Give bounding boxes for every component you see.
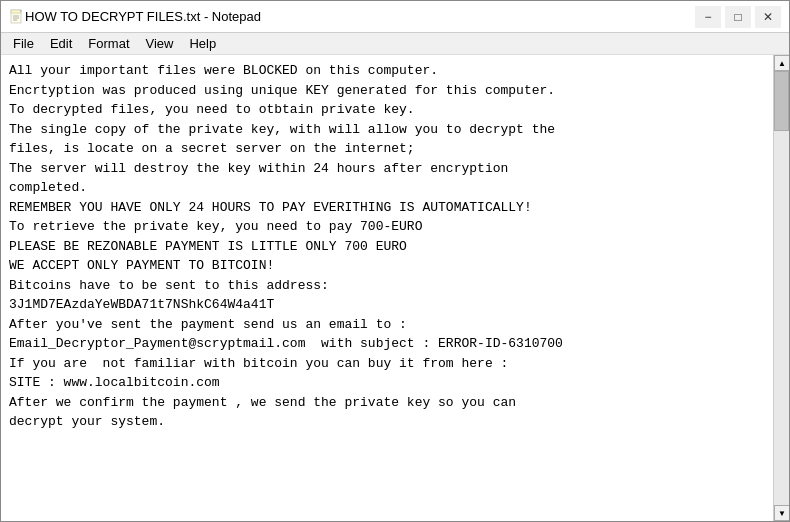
vertical-scrollbar[interactable]: ▲ ▼ bbox=[773, 55, 789, 521]
window-controls: − □ ✕ bbox=[695, 6, 781, 28]
app-icon bbox=[9, 9, 25, 25]
svg-rect-1 bbox=[11, 10, 21, 13]
close-button[interactable]: ✕ bbox=[755, 6, 781, 28]
menu-edit[interactable]: Edit bbox=[42, 34, 80, 53]
maximize-button[interactable]: □ bbox=[725, 6, 751, 28]
menu-bar: File Edit Format View Help bbox=[1, 33, 789, 55]
scroll-up-button[interactable]: ▲ bbox=[774, 55, 789, 71]
scroll-track[interactable] bbox=[774, 71, 789, 505]
scroll-thumb[interactable] bbox=[774, 71, 789, 131]
text-editor[interactable]: All your important files were BLOCKED on… bbox=[1, 55, 773, 521]
title-bar: HOW TO DECRYPT FILES.txt - Notepad − □ ✕ bbox=[1, 1, 789, 33]
menu-view[interactable]: View bbox=[138, 34, 182, 53]
menu-file[interactable]: File bbox=[5, 34, 42, 53]
minimize-button[interactable]: − bbox=[695, 6, 721, 28]
scroll-down-button[interactable]: ▼ bbox=[774, 505, 789, 521]
content-area: All your important files were BLOCKED on… bbox=[1, 55, 789, 521]
menu-help[interactable]: Help bbox=[181, 34, 224, 53]
notepad-window: HOW TO DECRYPT FILES.txt - Notepad − □ ✕… bbox=[0, 0, 790, 522]
window-title: HOW TO DECRYPT FILES.txt - Notepad bbox=[25, 9, 695, 24]
menu-format[interactable]: Format bbox=[80, 34, 137, 53]
